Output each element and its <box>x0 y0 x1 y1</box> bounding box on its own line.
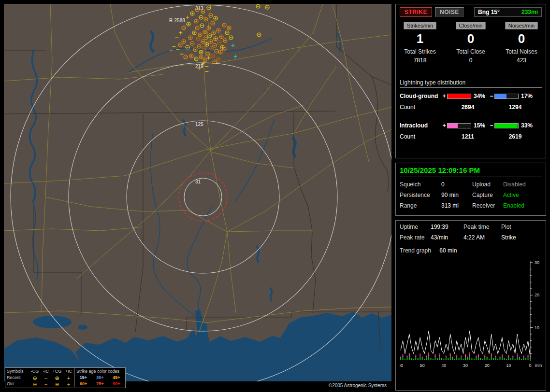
intracloud-label: Intracloud <box>400 122 441 129</box>
legend-col-neg-cg: -CG <box>29 368 41 375</box>
cloud-ground-minus-count: 1294 <box>494 104 536 111</box>
intracloud-plus-count: 1211 <box>447 133 489 140</box>
age-0-2: 45+ <box>108 375 125 381</box>
capture-label: Capture <box>472 192 503 198</box>
legend-sym-0-2: ⊕ <box>51 375 63 381</box>
persistence-value: 90 min <box>441 192 472 198</box>
age-1-0: 60+ <box>74 381 92 387</box>
close-per-min-chip: Close/min <box>456 22 486 29</box>
age-0-0: 15+ <box>74 375 92 381</box>
status-v2-0: Disabled <box>503 181 542 188</box>
legend-col-pos-ic: +IC <box>63 368 74 375</box>
receiver-label: Receiver <box>472 202 503 209</box>
y-tick-label: 20 <box>535 293 539 297</box>
noises-per-min-chip: Noises/min <box>505 22 538 29</box>
cloud-ground-plus-count: 2694 <box>447 104 489 111</box>
persistence-label: Persistence <box>400 192 441 198</box>
uptime-label: Uptime <box>400 224 431 230</box>
datetime-display: 10/25/2025 12:09:16 PM <box>400 166 542 174</box>
status-table: Squelch 0 Upload Disabled Persistence 90… <box>400 181 542 209</box>
x-tick-label: 50 <box>420 363 425 368</box>
cloud-ground-label: Cloud-ground <box>400 93 441 99</box>
count-label: Count <box>400 133 441 140</box>
dist-bar-minus-1 <box>494 123 519 128</box>
legend-sym-0-1: − <box>41 375 51 381</box>
age-1-2: 90+ <box>108 381 125 387</box>
storm-cell-label: R-2588 <box>169 18 185 23</box>
legend-sym-1-2: ⊕ <box>51 381 63 387</box>
squelch-label: Squelch <box>400 181 441 188</box>
y-tick-label: 30 <box>535 260 539 265</box>
x-tick-label: 40 <box>441 363 446 368</box>
peak-time-label: Peak time <box>463 224 501 230</box>
minus-sign: − <box>489 93 494 99</box>
bearing-readout: Bng 15° 233mi <box>474 7 542 17</box>
strikes-column: Strikes/min 1 Total Strikes 7818 <box>400 22 440 64</box>
dist-bar-minus-0 <box>494 94 519 99</box>
trend-window-value: 60 min <box>439 247 457 254</box>
legend-sym-1-3: + <box>63 381 74 387</box>
age-1-1: 75+ <box>92 381 108 387</box>
peak-time-value: 4:22 AM <box>463 234 501 241</box>
distance-value: 233mi <box>521 9 538 15</box>
range-ring-label: 313 <box>195 6 203 11</box>
total-noises-value: 423 <box>517 57 526 64</box>
map-panel[interactable]: 31321912531R-2588 Symbols -CG -IC +CG +I… <box>4 4 391 389</box>
dist-bar-plus-0 <box>447 94 471 99</box>
x-tick-label: 60 <box>400 363 403 368</box>
legend-col-neg-ic: -IC <box>41 368 51 375</box>
app-window: 31321912531R-2588 Symbols -CG -IC +CG +I… <box>0 0 550 392</box>
dist-bar-plus-1 <box>447 123 471 128</box>
range-ring-label: 31 <box>195 179 201 184</box>
legend-symbols-header: Symbols <box>7 368 29 375</box>
legend-row-recent-label: Recent <box>7 375 29 381</box>
plus-sign: + <box>441 122 447 129</box>
copyright-text: ©2005 Astrogenic Systems <box>329 383 387 388</box>
map-legend: Symbols -CG -IC +CG +IC Strike age color… <box>5 367 126 388</box>
intracloud-minus-count: 2619 <box>494 133 536 140</box>
x-tick-label: 10 <box>506 363 511 368</box>
status-panel: 10/25/2025 12:09:16 PM Squelch 0 Upload … <box>395 163 546 216</box>
strike-toggle-button[interactable]: STRIKE <box>400 7 432 17</box>
status-v2-1: Active <box>503 192 542 198</box>
trend-graph-header: Trend graph 60 min <box>400 247 542 254</box>
counters-panel: STRIKE NOISE Bng 15° 233mi Strikes/min 1… <box>395 4 546 158</box>
legend-age-header: Strike age color codes <box>74 368 125 375</box>
close-column: Close/min 0 Total Close 0 <box>450 22 491 64</box>
trend-graph: 1020306050403020100min <box>400 258 543 378</box>
distribution-heading: Lightning type distribution <box>400 79 542 88</box>
minus-sign: − <box>489 122 494 129</box>
peak-rate-label: Peak rate <box>400 234 431 241</box>
noises-per-min-value: 0 <box>518 31 525 46</box>
status-v2-2: Enabled <box>503 202 542 209</box>
trend-panel: Uptime 199:39 Peak time Plot Peak rate 4… <box>395 220 546 391</box>
total-noises-label: Total Noises <box>506 48 537 55</box>
rate-line <box>401 331 530 357</box>
legend-sym-0-0: ⊖ <box>29 375 41 381</box>
x-tick-label: 0 <box>529 363 531 368</box>
plot-value: Strike <box>501 234 542 241</box>
total-strikes-value: 7818 <box>414 57 427 64</box>
x-tick-label: 30 <box>463 363 468 368</box>
close-per-min-value: 0 <box>467 31 474 46</box>
range-ring-label: 125 <box>195 122 203 127</box>
sidebar: STRIKE NOISE Bng 15° 233mi Strikes/min 1… <box>395 4 546 391</box>
legend-col-pos-cg: +CG <box>51 368 63 375</box>
plot-label: Plot <box>501 224 542 230</box>
y-tick-label: 10 <box>535 325 539 330</box>
x-unit-label: min <box>535 363 542 368</box>
legend-sym-1-0: ⊖ <box>29 381 41 387</box>
cloud-ground-minus-pct: 17% <box>519 93 536 99</box>
peak-rate-value: 43/min <box>431 234 463 241</box>
squelch-value: 0 <box>441 181 472 188</box>
noise-toggle-button[interactable]: NOISE <box>435 7 464 17</box>
legend-sym-1-1: − <box>41 381 51 387</box>
bearing-value: Bng 15° <box>478 9 500 15</box>
total-close-value: 0 <box>469 57 473 64</box>
storm-map[interactable]: 31321912531R-2588 <box>4 4 391 381</box>
strikes-per-min-chip: Strikes/min <box>404 22 436 29</box>
legend-row-old-label: Old <box>7 381 29 387</box>
range-value: 313 mi <box>441 202 472 209</box>
x-tick-label: 20 <box>485 363 490 368</box>
distribution-table: Cloud-ground + 34% − 17% Count 2694 1294… <box>400 93 542 140</box>
